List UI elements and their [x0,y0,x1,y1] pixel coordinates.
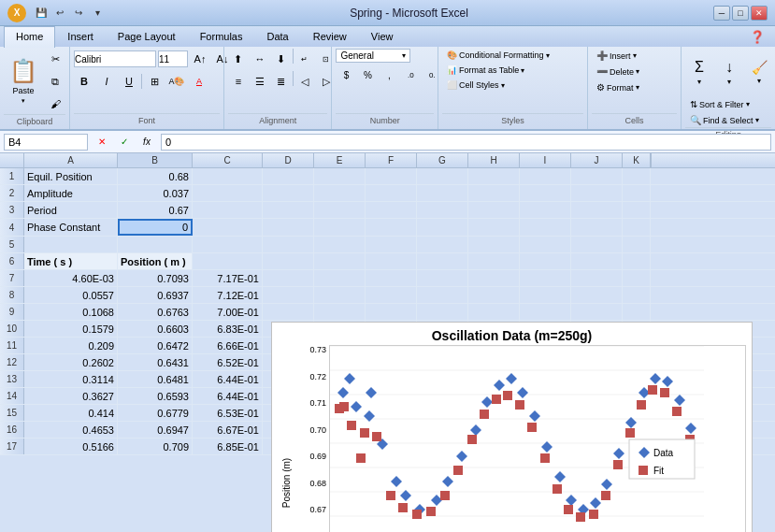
cancel-entry-btn[interactable]: ✕ [92,132,112,152]
cell[interactable]: 6.53E-01 [193,405,263,421]
cell[interactable]: 0.209 [24,338,118,353]
italic-btn[interactable]: I [96,71,117,92]
cell[interactable]: 0.414 [24,405,118,421]
cell[interactable]: 0.6593 [118,388,193,404]
cell[interactable] [623,287,651,303]
cell[interactable] [571,304,623,320]
tab-home[interactable]: Home [4,26,55,48]
cell[interactable] [571,287,623,303]
cell[interactable] [193,202,263,218]
cell[interactable] [314,202,366,218]
cell[interactable] [623,219,651,236]
cell[interactable] [623,168,651,184]
cell[interactable] [263,168,314,184]
cell[interactable] [417,168,468,184]
cell[interactable]: 6.67E-01 [193,422,263,438]
cell[interactable] [314,168,366,184]
align-top-btn[interactable]: ⬆ [228,49,249,69]
fill-btn[interactable]: ↓ ▾ [715,49,743,95]
col-header-b[interactable]: B [118,153,193,167]
cell[interactable] [520,219,571,236]
col-header-e[interactable]: E [314,153,366,167]
row-header[interactable]: 12 [0,354,24,370]
cell[interactable] [520,202,571,218]
cell[interactable]: 0.037 [118,185,193,201]
cell[interactable] [623,202,651,218]
cell[interactable] [468,270,520,286]
cell[interactable] [417,237,468,252]
cell[interactable] [623,237,651,252]
help-btn[interactable]: ❓ [747,26,768,47]
format-cells-btn[interactable]: ⚙ Format ▾ [592,80,644,94]
cell[interactable]: 0.6481 [118,371,193,387]
align-bottom-btn[interactable]: ⬇ [271,49,292,69]
quick-undo-btn[interactable]: ↩ [52,6,67,21]
bold-btn[interactable]: B [74,71,94,92]
cell[interactable]: 0.6603 [118,321,193,337]
row-header[interactable]: 8 [0,287,24,303]
cell[interactable] [417,287,468,303]
cell[interactable] [366,202,417,218]
quick-redo-btn[interactable]: ↪ [71,6,86,21]
minimize-btn[interactable]: ─ [713,6,730,21]
align-left-btn[interactable]: ≡ [228,71,249,92]
cell[interactable] [520,270,571,286]
cell[interactable] [417,202,468,218]
cell[interactable] [468,185,520,201]
cell[interactable] [571,270,623,286]
sort-filter-btn[interactable]: ⇅ Sort & Filter ▾ [685,97,754,111]
cell[interactable] [193,237,263,252]
row-header[interactable]: 11 [0,338,24,353]
row-header[interactable]: 16 [0,422,24,438]
cell[interactable]: 0.6947 [118,422,193,438]
cell[interactable]: 0.0557 [24,287,118,303]
tab-page-layout[interactable]: Page Layout [106,26,188,47]
cell[interactable] [263,237,314,252]
cell[interactable] [417,304,468,320]
wrap-text-btn[interactable]: ↵ [294,49,315,69]
indent-decrease-btn[interactable]: ◁ [294,71,315,92]
cell[interactable] [366,304,417,320]
cell[interactable]: Phase Constant [24,219,118,236]
cell[interactable] [571,219,623,236]
cell[interactable] [366,168,417,184]
cell[interactable] [24,237,118,252]
align-right-btn[interactable]: ≣ [271,71,292,92]
cell[interactable] [520,253,571,269]
col-header-k[interactable]: K [623,153,651,167]
col-header-g[interactable]: G [417,153,468,167]
cell[interactable]: 0.6763 [118,304,193,320]
currency-btn[interactable]: $ [336,65,356,85]
cell[interactable] [623,185,651,201]
cell[interactable] [314,304,366,320]
copy-button[interactable]: ⧉ [45,71,65,92]
paste-button[interactable]: 📋 Paste ▾ [4,56,43,107]
font-size-input[interactable] [158,50,188,67]
cell[interactable]: 0.2602 [24,354,118,370]
font-name-input[interactable] [74,50,156,67]
border-btn[interactable]: ⊞ [144,71,165,92]
cell[interactable]: Period [24,202,118,218]
cell[interactable] [520,185,571,201]
row-header[interactable]: 17 [0,439,24,454]
cell[interactable]: 0.7093 [118,270,193,286]
cell[interactable]: 6.44E-01 [193,388,263,404]
cell[interactable] [468,237,520,252]
cell[interactable] [520,287,571,303]
cell-styles-btn[interactable]: ⬜ Cell Styles ▾ [442,79,509,92]
cell[interactable]: 6.66E-01 [193,338,263,353]
cell[interactable]: 7.17E-01 [193,270,263,286]
cell[interactable] [366,237,417,252]
row-header[interactable]: 2 [0,185,24,201]
cell[interactable]: Time ( s ) [24,253,118,269]
cell[interactable] [118,237,193,252]
row-header[interactable]: 5 [0,237,24,252]
cell[interactable]: 6.83E-01 [193,321,263,337]
cell[interactable] [314,270,366,286]
cell[interactable] [468,304,520,320]
cell[interactable]: 0.709 [118,439,193,454]
col-header-j[interactable]: J [571,153,623,167]
col-header-i[interactable]: I [520,153,571,167]
cell[interactable] [417,219,468,236]
row-header[interactable]: 7 [0,270,24,286]
